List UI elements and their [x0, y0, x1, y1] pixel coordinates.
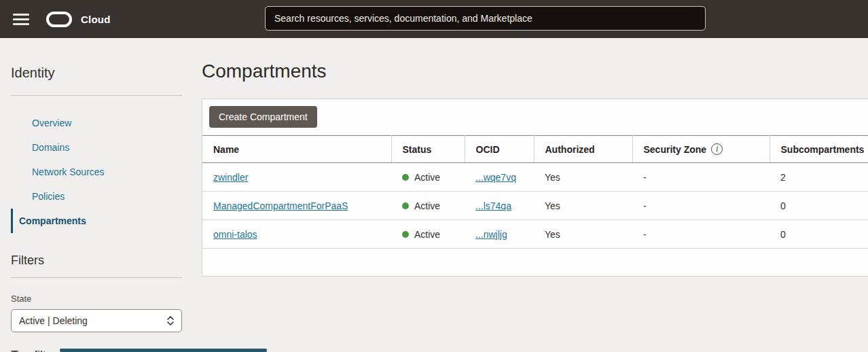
security-zone-value: -	[632, 163, 770, 192]
state-filter-value: Active | Deleting	[19, 315, 88, 326]
compartments-card: Create Compartment Name Status OCID Auth…	[202, 99, 868, 277]
oracle-logo-icon	[46, 12, 72, 27]
sidebar-item-compartments[interactable]: Compartments	[11, 209, 202, 233]
subcompartments-count: 0	[770, 220, 868, 249]
state-filter-label: State	[11, 294, 202, 304]
state-filter-select[interactable]: Active | Deleting	[11, 309, 182, 332]
status-active-icon	[402, 231, 409, 238]
brand-name: Cloud	[81, 14, 111, 25]
authorized-value: Yes	[534, 163, 632, 192]
tag-filters-title: Tag filters	[11, 349, 63, 352]
global-search	[265, 6, 706, 31]
sidebar-item-overview[interactable]: Overview	[11, 111, 202, 135]
sidebar-nav: Overview Domains Network Sources Policie…	[0, 111, 202, 233]
column-header-subcompartments[interactable]: Subcompartments	[770, 136, 868, 163]
compartment-name-link[interactable]: zwindler	[213, 172, 248, 183]
ocid-link[interactable]: ...nwjljg	[475, 229, 507, 240]
sidebar-title: Identity	[11, 65, 202, 81]
status-label: Active	[414, 229, 440, 240]
status-active-icon	[402, 203, 409, 209]
info-icon[interactable]: i	[711, 143, 723, 155]
table-row: ManagedCompartmentForPaaS Active ...ls74…	[202, 192, 868, 220]
security-zone-value: -	[632, 220, 770, 249]
status-label: Active	[414, 200, 440, 211]
compartment-name-link[interactable]: omni-talos	[213, 229, 257, 240]
authorized-value: Yes	[534, 192, 632, 220]
hamburger-menu-icon[interactable]	[13, 14, 29, 25]
subcompartments-count: 0	[770, 192, 868, 220]
compartments-table: Name Status OCID Authorized Security Zon…	[202, 135, 868, 249]
filters-divider	[11, 277, 182, 278]
status-active-icon	[402, 174, 409, 181]
create-compartment-button[interactable]: Create Compartment	[209, 106, 317, 128]
subcompartments-count: 2	[770, 163, 868, 192]
column-header-ocid[interactable]: OCID	[465, 136, 534, 163]
sidebar-item-domains[interactable]: Domains	[11, 135, 202, 160]
top-navigation-bar: Cloud	[0, 0, 868, 38]
column-header-status[interactable]: Status	[391, 136, 465, 163]
search-input[interactable]	[265, 6, 706, 31]
table-row: zwindler Active ...wqe7vq Yes - 2	[202, 163, 868, 192]
table-row: omni-talos Active ...nwjljg Yes - 0	[202, 220, 868, 249]
ocid-link[interactable]: ...wqe7vq	[475, 172, 516, 183]
compartment-name-link[interactable]: ManagedCompartmentForPaaS	[213, 200, 348, 211]
identity-sidebar: Identity Overview Domains Network Source…	[0, 38, 202, 352]
column-header-security-zone[interactable]: Security Zone i	[632, 136, 770, 163]
card-footer-spacer	[202, 249, 868, 276]
page-title: Compartments	[202, 60, 868, 82]
sidebar-item-network-sources[interactable]: Network Sources	[11, 160, 202, 184]
ocid-link[interactable]: ...ls74qa	[475, 200, 511, 211]
filters-title: Filters	[11, 253, 202, 268]
sidebar-item-policies[interactable]: Policies	[11, 184, 202, 209]
security-zone-value: -	[632, 192, 770, 220]
sidebar-divider	[11, 95, 182, 96]
authorized-value: Yes	[534, 220, 632, 249]
column-header-authorized[interactable]: Authorized	[534, 136, 632, 163]
table-header-row: Name Status OCID Authorized Security Zon…	[202, 136, 868, 163]
select-stepper-icon	[166, 315, 175, 326]
column-header-name[interactable]: Name	[202, 136, 391, 163]
status-label: Active	[414, 172, 440, 183]
horizontal-scrollbar-thumb[interactable]	[60, 349, 267, 352]
main-content: Compartments Create Compartment Name Sta…	[202, 38, 868, 352]
